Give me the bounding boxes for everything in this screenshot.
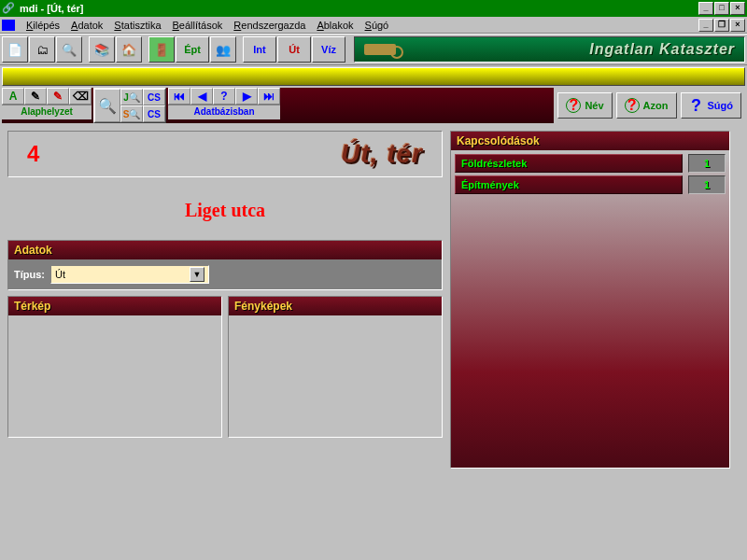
ept-button[interactable]: Épt <box>176 36 209 63</box>
record-header: 4 Út, tér <box>7 131 443 177</box>
brand-banner: Ingatlan Kataszter <box>354 36 745 63</box>
alaphelyzet-label: Alaphelyzet <box>2 105 92 119</box>
viz-button[interactable]: Víz <box>312 36 345 63</box>
street-name: Liget utca <box>7 177 443 240</box>
content-area: 4 Út, tér Liget utca Adatok Típus: Út ▼ … <box>0 125 747 474</box>
window-title: mdi - [Út, tér] <box>20 3 698 14</box>
separator-bar <box>2 67 745 86</box>
cs2-button[interactable]: CS <box>143 105 165 122</box>
menu-sugo[interactable]: Súgó <box>359 19 395 32</box>
minimize-button[interactable]: _ <box>698 2 713 15</box>
jq-button[interactable]: J🔍 <box>120 89 143 105</box>
menu-ablakok[interactable]: Ablakok <box>311 19 359 32</box>
terkep-body <box>8 315 221 437</box>
close-button[interactable]: × <box>730 2 745 15</box>
mdi-close-button[interactable]: × <box>730 19 745 32</box>
fenykepek-header: Fényképek <box>229 297 442 315</box>
adatok-header: Adatok <box>8 241 442 259</box>
brand-text: Ingatlan Kataszter <box>589 41 735 58</box>
menu-kilepes[interactable]: Kilépés <box>21 19 65 32</box>
print-button[interactable]: 🗂 <box>29 36 55 63</box>
menu-adatok[interactable]: Adatok <box>65 19 108 32</box>
tipus-value: Út <box>55 269 65 280</box>
book-button[interactable]: 📚 <box>89 36 115 63</box>
nev-button[interactable]: ?Név <box>557 92 612 119</box>
people-button[interactable]: 👥 <box>210 36 236 63</box>
titlebar: 🔗 mdi - [Út, tér] _ □ × <box>0 0 747 17</box>
fenykepek-body <box>229 315 442 437</box>
exit-button[interactable]: 📄 <box>2 36 28 63</box>
fenykepek-panel: Fényképek <box>228 296 443 438</box>
record-number: 4 <box>27 141 39 167</box>
erase-button[interactable]: ⌫ <box>69 88 92 105</box>
menubar: Kilépés Adatok Statisztika Beállítások R… <box>0 17 747 34</box>
preview-button[interactable]: 🔍 <box>56 36 82 63</box>
cs1-button[interactable]: CS <box>143 89 165 105</box>
adatok-panel: Adatok Típus: Út ▼ <box>7 240 443 290</box>
search-button[interactable]: 🔍 <box>94 89 120 122</box>
mdi-icon <box>2 20 15 31</box>
dropdown-arrow-icon: ▼ <box>190 267 204 282</box>
edit-pencil-button[interactable]: ✎ <box>24 88 47 105</box>
tipus-select[interactable]: Út ▼ <box>50 265 209 284</box>
menu-beallitasok[interactable]: Beállítások <box>167 19 229 32</box>
terkep-panel: Térkép <box>7 296 222 438</box>
next-button[interactable]: ▶ <box>235 88 258 105</box>
relation-epitmenyek[interactable]: Építmények <box>455 175 683 194</box>
main-toolbar: 📄 🗂 🔍 📚 🏠 🚪 Épt 👥 Int Út Víz Ingatlan Ka… <box>0 34 747 65</box>
prev-button[interactable]: ◀ <box>190 88 213 105</box>
first-button[interactable]: ⏮ <box>168 88 190 105</box>
door-button[interactable]: 🚪 <box>148 36 175 63</box>
terkep-header: Térkép <box>8 297 221 315</box>
mode-a-button[interactable]: A <box>2 88 24 105</box>
relation-foldreszletek[interactable]: Földrészletek <box>455 154 683 173</box>
mdi-restore-button[interactable]: ❐ <box>714 19 729 32</box>
tipus-label: Típus: <box>14 269 45 280</box>
azon-button[interactable]: ?Azon <box>616 92 677 119</box>
adatbazisban-label: Adatbázisban <box>168 105 280 119</box>
relation-foldreszletek-count: 1 <box>688 154 726 173</box>
maximize-button[interactable]: □ <box>714 2 729 15</box>
app-icon: 🔗 <box>2 2 17 15</box>
last-button[interactable]: ⏭ <box>258 88 280 105</box>
relation-epitmenyek-count: 1 <box>688 175 726 194</box>
help-nav-button[interactable]: ? <box>213 88 235 105</box>
int-button[interactable]: Int <box>243 36 276 63</box>
menu-rendszergazda[interactable]: Rendszergazda <box>228 19 311 32</box>
mdi-minimize-button[interactable]: _ <box>698 19 713 32</box>
key-icon <box>364 44 396 55</box>
menu-statisztika[interactable]: Statisztika <box>108 19 166 32</box>
category-title: Út, tér <box>341 139 423 169</box>
ut-button[interactable]: Út <box>277 36 311 63</box>
kapcsolodasok-header: Kapcsolódások <box>451 132 729 150</box>
sugo-button[interactable]: ?Súgó <box>681 92 742 119</box>
kapcsolodasok-panel: Kapcsolódások Földrészletek 1 Építmények… <box>450 131 730 469</box>
sq-button[interactable]: S🔍 <box>120 105 143 122</box>
nav-toolbar: A ✎ ✎ ⌫ Alaphelyzet 🔍 J🔍 S🔍 CS CS ⏮ ◀ ? … <box>2 88 745 123</box>
edit-red-button[interactable]: ✎ <box>47 88 69 105</box>
building-button[interactable]: 🏠 <box>116 36 142 63</box>
